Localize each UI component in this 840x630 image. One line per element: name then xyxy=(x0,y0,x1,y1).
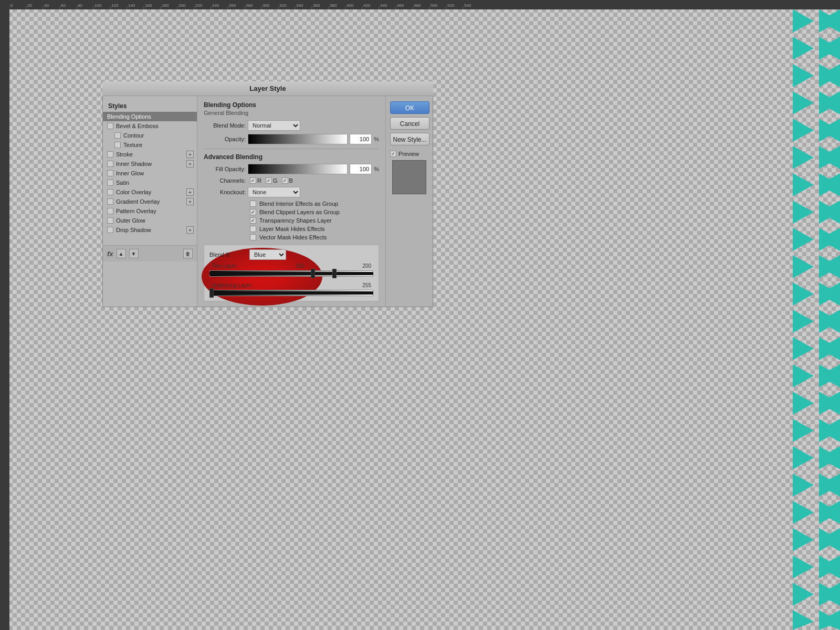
sidebar-item-color-overlay[interactable]: Color Overlay + xyxy=(103,187,197,197)
cb-vector-mask-label: Vector Mask Hides Effects xyxy=(259,234,327,240)
cb-blend-interior[interactable] xyxy=(250,201,256,207)
plus-color-overlay[interactable]: + xyxy=(186,188,194,196)
channel-b-checkbox[interactable] xyxy=(282,177,288,184)
svg-text:540: 540 xyxy=(464,3,471,8)
cb-blend-interior-label: Blend Interior Effects as Group xyxy=(259,201,338,207)
checkbox-contour[interactable] xyxy=(114,132,121,139)
fill-opacity-input[interactable] xyxy=(350,164,372,174)
svg-marker-84 xyxy=(793,228,814,251)
checkbox-color-overlay[interactable] xyxy=(107,189,113,195)
svg-text:520: 520 xyxy=(447,3,455,8)
checkbox-satin[interactable] xyxy=(107,180,113,186)
sidebar-item-inner-glow[interactable]: Inner Glow xyxy=(103,169,197,178)
fx-button[interactable]: fx xyxy=(107,250,113,258)
svg-text:460: 460 xyxy=(397,3,404,8)
sidebar-item-blending-options[interactable]: Blending Options xyxy=(103,112,197,121)
cb-layer-mask-row: Layer Mask Hides Effects xyxy=(204,226,379,232)
svg-text:360: 360 xyxy=(313,3,320,8)
svg-text:40: 40 xyxy=(44,3,49,8)
knockout-select[interactable]: None Shallow Deep xyxy=(248,187,300,197)
blend-mode-select[interactable]: Normal Dissolve Multiply Screen Overlay xyxy=(248,120,300,131)
channel-g-checkbox[interactable] xyxy=(266,177,272,184)
dialog-titlebar: Layer Style xyxy=(102,81,433,96)
svg-text:180: 180 xyxy=(162,3,169,8)
sidebar-item-outer-glow[interactable]: Outer Glow xyxy=(103,216,197,225)
cb-layer-mask[interactable] xyxy=(250,226,256,232)
svg-text:240: 240 xyxy=(212,3,219,8)
sidebar-item-stroke[interactable]: Stroke + xyxy=(103,150,197,159)
svg-text:340: 340 xyxy=(296,3,303,8)
this-layer-mid1: 166 xyxy=(296,263,304,269)
plus-drop-shadow[interactable]: + xyxy=(186,226,194,234)
sidebar-item-bevel-emboss[interactable]: Bevel & Emboss xyxy=(103,121,197,131)
svg-marker-111 xyxy=(793,474,814,497)
svg-text:440: 440 xyxy=(380,3,387,8)
cb-transparency[interactable] xyxy=(250,217,256,224)
sidebar-item-drop-shadow[interactable]: Drop Shadow + xyxy=(103,225,197,235)
svg-marker-78 xyxy=(793,173,814,196)
checkbox-bevel-emboss[interactable] xyxy=(107,123,113,129)
channel-r-checkbox[interactable] xyxy=(250,177,256,184)
svg-text:500: 500 xyxy=(430,3,438,8)
plus-gradient-overlay[interactable]: + xyxy=(186,198,194,205)
blend-if-row: Blend If: Blue Gray Red Green xyxy=(209,249,373,260)
this-layer-slider[interactable] xyxy=(209,270,373,277)
move-up-button[interactable]: ▲ xyxy=(117,249,126,258)
checkbox-pattern-overlay[interactable] xyxy=(107,208,113,214)
main-content: Blending Options General Blending Blend … xyxy=(197,96,385,307)
dialog-title: Layer Style xyxy=(249,85,286,92)
cb-blend-clipped-label: Blend Clipped Layers as Group xyxy=(259,209,340,215)
this-layer-thumb-left[interactable] xyxy=(311,269,315,278)
underlying-layer-thumb[interactable] xyxy=(209,288,214,298)
svg-text:220: 220 xyxy=(195,3,203,8)
sidebar-item-pattern-overlay[interactable]: Pattern Overlay xyxy=(103,206,197,216)
svg-marker-75 xyxy=(793,146,814,169)
checkbox-drop-shadow[interactable] xyxy=(107,227,113,233)
svg-marker-93 xyxy=(793,310,814,333)
blend-if-select[interactable]: Blue Gray Red Green xyxy=(249,249,286,260)
sidebar-item-gradient-overlay[interactable]: Gradient Overlay + xyxy=(103,197,197,206)
svg-marker-117 xyxy=(793,528,814,551)
plus-stroke[interactable]: + xyxy=(186,151,194,158)
checkbox-gradient-overlay[interactable] xyxy=(107,198,113,205)
opacity-input[interactable] xyxy=(350,134,372,144)
new-style-button[interactable]: New Style... xyxy=(390,133,429,145)
ok-button[interactable]: OK xyxy=(390,101,429,114)
channels-label: Channels: xyxy=(204,177,246,184)
svg-text:320: 320 xyxy=(279,3,287,8)
svg-text:140: 140 xyxy=(128,3,135,8)
svg-marker-102 xyxy=(793,392,814,415)
bottom-toolbar: fx ▲ ▼ 🗑 xyxy=(103,245,197,261)
cb-blend-clipped[interactable] xyxy=(250,209,256,215)
checkbox-inner-glow[interactable] xyxy=(107,170,113,176)
checkbox-texture[interactable] xyxy=(114,142,121,148)
svg-text:0: 0 xyxy=(10,3,13,8)
preview-checkbox[interactable] xyxy=(390,151,396,157)
svg-text:200: 200 xyxy=(178,3,186,8)
checkbox-stroke[interactable] xyxy=(107,151,113,158)
underlying-layer-slider[interactable] xyxy=(209,289,373,297)
move-down-button[interactable]: ▼ xyxy=(129,249,139,258)
sidebar-item-satin[interactable]: Satin xyxy=(103,178,197,187)
channels-group: R G B xyxy=(250,177,293,184)
svg-marker-99 xyxy=(793,364,814,387)
channel-b-item: B xyxy=(282,177,293,184)
delete-style-button[interactable]: 🗑 xyxy=(183,249,193,258)
svg-marker-108 xyxy=(793,446,814,469)
sidebar-item-contour[interactable]: Contour xyxy=(103,131,197,140)
plus-inner-shadow[interactable]: + xyxy=(186,160,194,167)
cancel-button[interactable]: Cancel xyxy=(390,117,429,130)
svg-text:480: 480 xyxy=(414,3,421,8)
this-layer-thumb-right[interactable] xyxy=(332,269,337,278)
cb-layer-mask-label: Layer Mask Hides Effects xyxy=(259,226,325,232)
this-layer-label: This Layer: xyxy=(212,263,237,269)
checkbox-inner-shadow[interactable] xyxy=(107,161,113,167)
checkbox-outer-glow[interactable] xyxy=(107,217,113,224)
advanced-blending-title: Advanced Blending xyxy=(204,153,379,161)
sidebar-item-texture[interactable]: Texture xyxy=(103,140,197,150)
cb-transparency-label: Transparency Shapes Layer xyxy=(259,217,332,224)
blend-mode-row: Blend Mode: Normal Dissolve Multiply Scr… xyxy=(204,120,379,131)
cb-vector-mask[interactable] xyxy=(250,234,256,240)
fill-opacity-label: Fill Opacity: xyxy=(204,166,246,172)
sidebar-item-inner-shadow[interactable]: Inner Shadow + xyxy=(103,159,197,169)
